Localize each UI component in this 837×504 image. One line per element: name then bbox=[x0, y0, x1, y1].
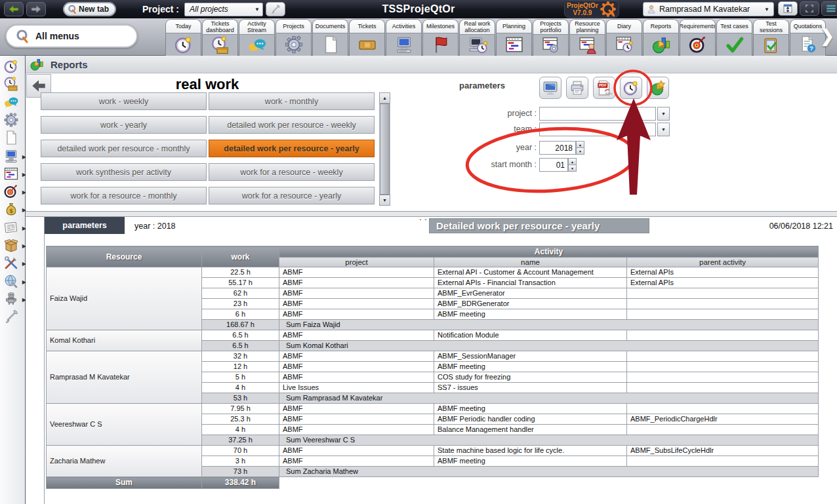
work-cell: 6.5 h bbox=[202, 330, 279, 341]
gantt-person-icon bbox=[570, 35, 605, 56]
expand-icon bbox=[804, 3, 815, 14]
report-button-work-for-a-resource-yearly[interactable]: work for a resource - yearly bbox=[209, 187, 375, 204]
report-title-chip: Detailed work per resource - yearly bbox=[429, 218, 649, 233]
tab-milestones[interactable]: Milestones bbox=[422, 19, 459, 56]
project-input[interactable] bbox=[539, 107, 656, 121]
tab-label: Today bbox=[166, 20, 201, 33]
project-cell: ABMF bbox=[279, 456, 434, 467]
computer-clock-icon bbox=[460, 35, 495, 56]
expand-arrow-icon: ▶ bbox=[22, 243, 26, 249]
list-icon bbox=[825, 3, 837, 14]
sidebar-item-automation[interactable]: ▶ bbox=[3, 291, 24, 308]
sidebar-item-tickets-dashboard[interactable] bbox=[3, 76, 24, 93]
start_month-input[interactable] bbox=[539, 158, 568, 172]
sidebar-item-settings[interactable] bbox=[3, 309, 24, 326]
clock-button[interactable] bbox=[620, 77, 642, 99]
sidebar-item-financial[interactable]: $▶ bbox=[3, 201, 24, 218]
tab-tickets[interactable]: Tickets bbox=[349, 19, 385, 56]
parent-activity-cell: External APIs bbox=[627, 267, 819, 278]
forward-button[interactable] bbox=[26, 2, 46, 16]
sidebar-item-tools[interactable]: ▶ bbox=[3, 255, 24, 272]
tab-resource-planning[interactable]: Resource planning bbox=[569, 19, 605, 56]
newspaper-icon bbox=[3, 220, 19, 235]
fullscreen-button[interactable] bbox=[800, 1, 819, 16]
project-select[interactable]: All projects ▼ bbox=[184, 3, 263, 16]
sidebar-item-today[interactable] bbox=[3, 58, 24, 75]
svg-text:$: $ bbox=[10, 208, 13, 214]
all-menus-button[interactable]: All menus bbox=[5, 24, 138, 48]
new-tab-button[interactable]: New tab bbox=[63, 2, 116, 16]
top-bar: New tab Project : All projects ▼ TSSProj… bbox=[0, 0, 837, 18]
year-input[interactable] bbox=[539, 141, 576, 155]
calendar-clock-icon bbox=[607, 33, 642, 56]
parent-activity-cell bbox=[627, 404, 819, 414]
group-sum-work: 6.5 h bbox=[202, 341, 279, 351]
export-pdf-button[interactable]: PDFAdobe bbox=[593, 77, 615, 99]
menu-list-button[interactable] bbox=[821, 1, 837, 16]
box-icon bbox=[3, 237, 19, 253]
favorite-report-button[interactable] bbox=[647, 77, 669, 99]
project-label: project : bbox=[420, 109, 537, 118]
back-button[interactable] bbox=[4, 2, 24, 16]
tab-activities[interactable]: Activities bbox=[386, 19, 422, 56]
project-cell: Live Issues bbox=[279, 383, 434, 393]
user-select[interactable]: Ramprasad M Kavatekar ▼ bbox=[643, 2, 774, 16]
group-sum-label: Sum Komal Kothari bbox=[279, 341, 819, 351]
tab-reports[interactable]: Reports bbox=[643, 19, 679, 56]
resource-cell: Ramprasad M Kavatekar bbox=[47, 351, 202, 404]
edit-project-button[interactable] bbox=[266, 2, 285, 16]
split-view-button[interactable] bbox=[778, 1, 798, 16]
team-input[interactable] bbox=[539, 123, 656, 136]
activity-name-cell: Balance Management handler bbox=[434, 425, 627, 435]
project-cell: ABMF bbox=[279, 446, 434, 456]
tab-test-sessions[interactable]: Test sessions bbox=[753, 19, 789, 56]
sidebar-item-administration[interactable]: ▶ bbox=[3, 273, 24, 290]
clock-icon bbox=[3, 58, 19, 74]
start_month-spinner[interactable]: ▲▼ bbox=[568, 158, 577, 172]
tab-activity-stream[interactable]: Activity Stream bbox=[239, 19, 275, 56]
activity-name-cell: ABMF meeting bbox=[434, 456, 627, 467]
group-sum-label: Sum Faiza Wajid bbox=[279, 320, 819, 330]
work-cell: 22.5 h bbox=[202, 267, 279, 278]
activity-name-cell: COS study for freezing bbox=[434, 372, 627, 383]
year-spin-down[interactable]: ▼ bbox=[576, 148, 584, 155]
start_month-field-row: start month :▲▼ bbox=[0, 158, 676, 172]
scroll-down-button[interactable]: ▼ bbox=[379, 195, 390, 206]
tab-tickets-dashboard[interactable]: Tickets dashboard bbox=[202, 19, 238, 56]
team-dropdown-button[interactable]: ▼ bbox=[657, 123, 670, 136]
start_month-spin-down[interactable]: ▼ bbox=[568, 165, 577, 172]
tab-projects-portfolio[interactable]: Projects portfolio bbox=[533, 19, 569, 56]
activity-name-cell: Notification Module bbox=[434, 330, 627, 341]
tab-label: Activities bbox=[386, 20, 421, 33]
sidebar-item-news[interactable]: ▶ bbox=[3, 220, 24, 237]
work-cell: 23 h bbox=[202, 299, 279, 309]
expand-arrow-icon: ▶ bbox=[22, 297, 26, 303]
start_month-spin-up[interactable]: ▲ bbox=[568, 158, 577, 165]
project-cell: ABMF bbox=[279, 278, 434, 288]
report-table: Resource work Activity project name pare… bbox=[46, 246, 819, 489]
flag-icon bbox=[423, 33, 458, 56]
project-cell: ABMF bbox=[279, 309, 434, 320]
splitter[interactable]: ▪ ▪ ▪ ▪ ▪ bbox=[26, 211, 837, 217]
year-spin-up[interactable]: ▲ bbox=[576, 141, 584, 148]
sidebar-item-requirements[interactable]: ▶ bbox=[3, 184, 24, 201]
tab-test-cases[interactable]: Test cases bbox=[716, 19, 752, 56]
sidebar-item-products[interactable]: ▶ bbox=[3, 237, 24, 254]
tab-documents[interactable]: Documents bbox=[312, 19, 348, 56]
tab-real-work-allocation[interactable]: Real work allocation bbox=[459, 19, 495, 56]
tab-diary[interactable]: Diary bbox=[606, 19, 642, 56]
tab-requirements[interactable]: Requirements bbox=[680, 19, 716, 56]
parameters-tab[interactable]: parameters bbox=[45, 217, 125, 234]
document-icon bbox=[313, 33, 348, 56]
print-button[interactable] bbox=[566, 77, 588, 99]
report-button-work-for-a-resource-monthly[interactable]: work for a resource - monthly bbox=[41, 187, 207, 204]
tab-today[interactable]: Today bbox=[165, 19, 201, 56]
display-button[interactable] bbox=[539, 77, 561, 99]
tab-planning[interactable]: Planning bbox=[496, 19, 532, 56]
project-select-value: All projects bbox=[190, 5, 255, 14]
menu-overflow-chevron[interactable]: ❯ bbox=[820, 26, 834, 47]
scroll-up-button[interactable]: ▲ bbox=[379, 92, 390, 104]
project-dropdown-button[interactable]: ▼ bbox=[657, 107, 670, 121]
year-spinner[interactable]: ▲▼ bbox=[576, 141, 584, 155]
tab-projects[interactable]: Projects bbox=[276, 19, 312, 56]
